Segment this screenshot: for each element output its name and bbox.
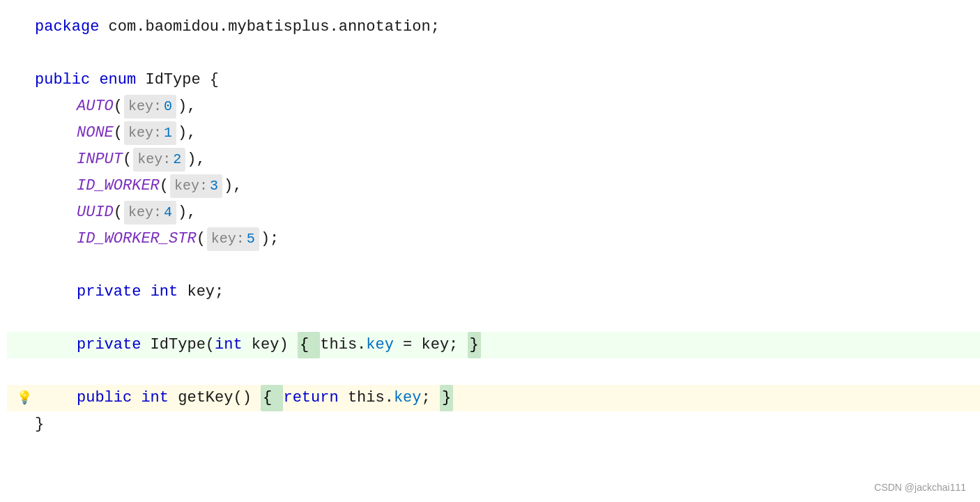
blank2 xyxy=(7,252,980,279)
token-text-normal: ), xyxy=(178,121,196,145)
token-text-this-key: key xyxy=(366,333,394,357)
badge-number: 3 xyxy=(210,175,218,197)
getkey-line: 💡public int getKey() { return this.key; … xyxy=(7,385,980,411)
token-text-normal: = key; xyxy=(394,333,468,357)
blank3 xyxy=(7,305,980,332)
key-badge: key:2 xyxy=(133,148,185,172)
input-line: INPUT(key:2), xyxy=(7,146,980,173)
token-kw-blue: int xyxy=(141,386,169,410)
token-text-normal: ), xyxy=(178,94,196,119)
blank4 xyxy=(7,358,980,385)
token-text-normal: this. xyxy=(320,333,366,357)
enum-decl: public enum IdType { xyxy=(7,67,980,93)
token-kw-blue: private xyxy=(77,280,141,304)
badge-number: 2 xyxy=(173,149,181,171)
token-text-normal: IdType( xyxy=(141,333,215,357)
token-kw-blue: int xyxy=(151,280,178,304)
token-text-normal: IdType { xyxy=(136,68,219,92)
badge-label: key: xyxy=(128,122,162,144)
token-text-normal: ); xyxy=(261,227,279,251)
token-text-normal xyxy=(132,386,141,410)
badge-label: key: xyxy=(128,96,162,118)
code-container: package com.baomidou.mybatisplus.annotat… xyxy=(0,0,980,502)
token-text-normal: this. xyxy=(339,386,394,410)
token-text-normal: ( xyxy=(114,121,123,145)
badge-number: 0 xyxy=(164,96,172,118)
token-text-normal: ( xyxy=(114,200,123,225)
block-close: } xyxy=(468,332,481,358)
line-gutter: 💡 xyxy=(14,388,35,409)
token-text-normal xyxy=(141,280,150,304)
block-open: { xyxy=(261,385,283,411)
token-kw-blue: private xyxy=(77,333,141,357)
key-badge: key:0 xyxy=(124,95,176,119)
badge-label: key: xyxy=(128,201,162,224)
token-text-normal: key; xyxy=(178,280,224,304)
badge-label: key: xyxy=(211,228,245,250)
uuid-line: UUID(key:4), xyxy=(7,199,980,226)
token-kw-purple: NONE xyxy=(77,121,114,145)
none-line: NONE(key:1), xyxy=(7,120,980,146)
token-text-normal: ), xyxy=(224,174,242,198)
token-text-normal: key) xyxy=(243,333,298,357)
token-text-normal: getKey() xyxy=(169,386,261,410)
token-kw-purple: INPUT xyxy=(77,147,123,172)
bulb-icon: 💡 xyxy=(17,388,32,409)
token-kw-purple: UUID xyxy=(77,200,114,225)
badge-number: 5 xyxy=(247,228,255,250)
id-worker-str-line: ID_WORKER_STR(key:5); xyxy=(7,226,980,252)
token-kw-blue: enum xyxy=(99,68,136,92)
token-text-normal: } xyxy=(35,412,44,436)
token-kw-blue: public xyxy=(77,386,132,410)
key-badge: key:3 xyxy=(170,174,222,198)
blank1 xyxy=(7,40,980,67)
token-text-normal: ( xyxy=(160,174,169,198)
token-text-normal: ), xyxy=(178,200,196,225)
id-worker-line: ID_WORKER(key:3), xyxy=(7,173,980,199)
token-kw-blue: public xyxy=(35,68,90,92)
key-badge: key:5 xyxy=(207,227,259,251)
token-kw-purple: AUTO xyxy=(77,94,114,119)
token-kw-blue: return xyxy=(283,386,338,410)
badge-label: key: xyxy=(137,149,171,171)
token-kw-purple: ID_WORKER xyxy=(77,174,160,198)
token-text-normal: ( xyxy=(114,94,123,119)
token-text-normal xyxy=(90,68,99,92)
private-int-key: private int key; xyxy=(7,279,980,305)
watermark: CSDN @jackchai111 xyxy=(874,480,966,495)
badge-label: key: xyxy=(174,175,208,197)
token-text-normal: ( xyxy=(197,227,206,251)
block-close: } xyxy=(440,385,453,411)
token-kw-blue: package xyxy=(35,15,99,39)
closing-brace: } xyxy=(7,411,980,438)
key-badge: key:4 xyxy=(124,201,176,225)
token-kw-purple: ID_WORKER_STR xyxy=(77,227,197,251)
token-text-normal: com.baomidou.mybatisplus.annotation; xyxy=(99,15,439,39)
key-badge: key:1 xyxy=(124,121,176,145)
badge-number: 4 xyxy=(164,201,172,224)
auto-line: AUTO(key:0), xyxy=(7,93,980,120)
block-open: { xyxy=(298,332,320,358)
package-line: package com.baomidou.mybatisplus.annotat… xyxy=(7,14,980,40)
constructor-line: private IdType(int key) { this.key = key… xyxy=(7,332,980,358)
token-text-normal: ), xyxy=(187,147,205,172)
token-text-normal: ; xyxy=(422,386,440,410)
token-kw-blue: int xyxy=(215,333,243,357)
token-text-this-key: key xyxy=(394,386,422,410)
badge-number: 1 xyxy=(164,122,172,144)
token-text-normal: ( xyxy=(123,147,132,172)
